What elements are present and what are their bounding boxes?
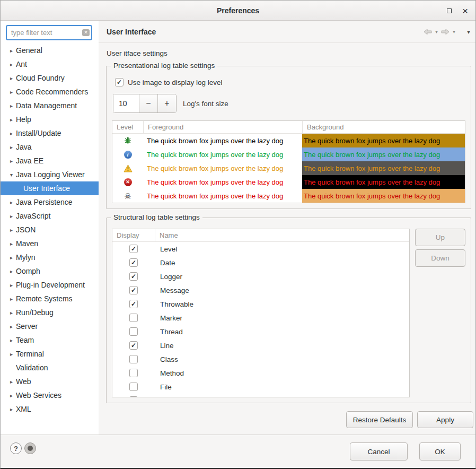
sidebar-item-javascript[interactable]: ▸JavaScript [1,209,99,223]
increment-button[interactable]: + [157,94,176,112]
sidebar-item-java-logging-viewer[interactable]: ▾Java Logging Viewer [1,168,99,181]
clear-filter-icon[interactable]: ✕ [82,29,90,36]
help-icon[interactable]: ? [10,442,22,454]
unchecked-checkbox-icon[interactable] [129,383,138,391]
column-row-level[interactable]: ✓Level [112,242,409,256]
sidebar-item-java[interactable]: ▸Java [1,140,99,154]
chevron-right-icon[interactable]: ▸ [8,199,15,205]
chevron-right-icon[interactable]: ▸ [8,296,15,302]
sidebar-item-terminal[interactable]: ▸Terminal [1,347,99,361]
log-level-row-fatal[interactable]: ☠The quick brown fox jumps over the lazy… [112,189,465,203]
chevron-right-icon[interactable]: ▸ [8,324,15,329]
sidebar-item-user-interface[interactable]: User Interface [1,181,99,195]
column-header-name[interactable]: Name [155,229,409,241]
chevron-right-icon[interactable]: ▸ [8,268,15,274]
sidebar-item-xml[interactable]: ▸XML [1,402,99,416]
sidebar-item-run-debug[interactable]: ▸Run/Debug [1,306,99,319]
sidebar-item-java-ee[interactable]: ▸Java EE [1,154,99,168]
sidebar-item-remote-systems[interactable]: ▸Remote Systems [1,292,99,306]
checked-checkbox-icon[interactable]: ✓ [129,245,138,253]
chevron-right-icon[interactable]: ▸ [8,255,15,260]
sidebar-item-validation[interactable]: Validation [1,361,99,375]
chevron-right-icon[interactable]: ▸ [8,393,15,398]
down-button[interactable]: Down [415,249,465,267]
checked-checkbox-icon[interactable]: ✓ [129,341,138,350]
chevron-right-icon[interactable]: ▸ [8,48,15,54]
maximize-icon[interactable] [447,8,452,13]
ok-button[interactable]: OK [419,442,461,461]
titlebar[interactable]: Preferences × [1,1,475,21]
sidebar-item-server[interactable]: ▸Server [1,319,99,333]
unchecked-checkbox-icon[interactable] [129,369,138,377]
column-row-thread[interactable]: Thread [112,325,409,338]
chevron-right-icon[interactable]: ▸ [8,406,15,412]
column-row-method[interactable]: Method [112,366,409,380]
restore-defaults-button[interactable]: Restore Defaults [346,411,413,428]
unchecked-checkbox-icon[interactable] [129,396,138,397]
record-icon[interactable] [24,442,36,454]
sidebar-item-ant[interactable]: ▸Ant [1,57,99,71]
checked-checkbox-icon[interactable]: ✓ [129,272,138,281]
sidebar-item-plug-in-development[interactable]: ▸Plug-in Development [1,278,99,292]
chevron-down-icon[interactable]: ▾ [8,172,15,178]
column-row-file[interactable]: File [112,380,409,394]
column-row-logger[interactable]: ✓Logger [112,270,409,283]
column-row-class[interactable]: Class [112,352,409,366]
chevron-right-icon[interactable]: ▸ [8,241,15,247]
chevron-right-icon[interactable]: ▸ [8,62,15,67]
view-menu-icon[interactable]: ▾ [467,28,470,36]
sidebar-item-general[interactable]: ▸General [1,44,99,57]
column-row-marker[interactable]: Marker [112,311,409,325]
close-icon[interactable]: × [462,6,468,16]
column-row-message[interactable]: ✓Message [112,283,409,297]
unchecked-checkbox-icon[interactable] [129,355,138,363]
log-level-row-info[interactable]: iThe quick brown fox jumps over the lazy… [112,147,465,161]
checked-checkbox-icon[interactable]: ✓ [115,78,124,86]
chevron-right-icon[interactable]: ▸ [8,282,15,288]
log-level-row-warn[interactable]: !The quick brown fox jumps over the lazy… [112,161,465,175]
sidebar-item-data-management[interactable]: ▸Data Management [1,99,99,112]
apply-button[interactable]: Apply [417,411,473,428]
chevron-right-icon[interactable]: ▸ [8,337,15,343]
column-row-line[interactable]: ✓Line [112,338,409,352]
sidebar-item-help[interactable]: ▸Help [1,112,99,126]
back-history-dropdown-icon[interactable]: ▾ [435,29,438,34]
back-icon[interactable] [424,29,432,35]
chevron-right-icon[interactable]: ▸ [8,213,15,219]
column-header-level[interactable]: Level [112,121,143,133]
sidebar-item-mylyn[interactable]: ▸Mylyn [1,250,99,264]
sidebar-item-web[interactable]: ▸Web [1,375,99,388]
checked-checkbox-icon[interactable]: ✓ [129,258,138,267]
chevron-right-icon[interactable]: ▸ [8,144,15,150]
up-button[interactable]: Up [415,229,465,246]
sidebar-item-cloud-foundry[interactable]: ▸Cloud Foundry [1,71,99,85]
column-row-date[interactable]: ✓Date [112,256,409,270]
chevron-right-icon[interactable]: ▸ [8,117,15,123]
chevron-right-icon[interactable]: ▸ [8,310,15,316]
column-header-background[interactable]: Background [302,121,465,133]
filter-input[interactable] [6,25,92,40]
sidebar-item-oomph[interactable]: ▸Oomph [1,264,99,278]
column-header-foreground[interactable]: Foreground [143,121,302,133]
chevron-right-icon[interactable]: ▸ [8,103,15,109]
forward-history-dropdown-icon[interactable]: ▾ [453,29,455,34]
sidebar-item-maven[interactable]: ▸Maven [1,237,99,250]
sidebar-item-team[interactable]: ▸Team [1,333,99,347]
unchecked-checkbox-icon[interactable] [129,314,138,322]
column-row-throwable[interactable]: ✓Throwable [112,297,409,311]
forward-icon[interactable] [441,29,449,35]
chevron-right-icon[interactable]: ▸ [8,75,15,81]
checked-checkbox-icon[interactable]: ✓ [129,286,138,294]
unchecked-checkbox-icon[interactable] [129,327,138,336]
log-level-row-debug[interactable]: The quick brown fox jumps over the lazy … [112,134,465,147]
cancel-button[interactable]: Cancel [350,442,408,461]
chevron-right-icon[interactable]: ▸ [8,131,15,136]
use-image-checkbox[interactable]: ✓ Use image to display log level [115,78,465,86]
chevron-right-icon[interactable]: ▸ [8,227,15,233]
chevron-right-icon[interactable]: ▸ [8,351,15,357]
sidebar-item-web-services[interactable]: ▸Web Services [1,388,99,402]
chevron-right-icon[interactable]: ▸ [8,89,15,95]
font-size-input[interactable] [113,94,139,112]
sidebar-item-json[interactable]: ▸JSON [1,223,99,237]
log-level-row-error[interactable]: ✕The quick brown fox jumps over the lazy… [112,175,465,189]
